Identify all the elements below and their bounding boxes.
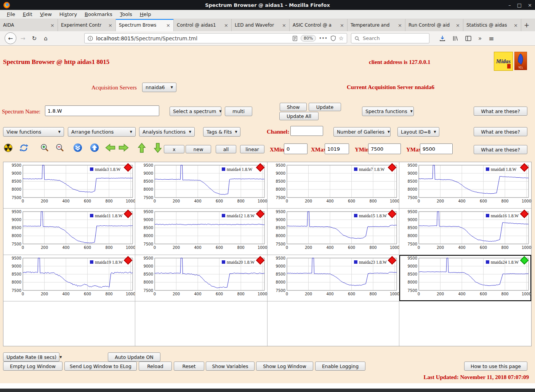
spectrum-chart-nnaida12[interactable]: 9500900085008000750002004006008001000nna… — [135, 209, 267, 255]
new-tab-button[interactable]: + — [521, 19, 532, 31]
menu-bookmarks[interactable]: Bookmarks — [81, 11, 116, 18]
menu-view[interactable]: View — [36, 11, 56, 18]
spectrum-chart-nnaida19[interactable]: 9500900085008000750002004006008001000nna… — [3, 255, 135, 301]
spectrum-chart-nnaida20[interactable]: 9500900085008000750002004006008001000nna… — [135, 255, 267, 301]
update-button[interactable]: Update — [309, 103, 341, 111]
empty-log-window-button[interactable]: Empty Log Window — [3, 362, 62, 371]
search-bar[interactable] — [351, 33, 429, 43]
tab-close-icon[interactable]: × — [456, 22, 460, 28]
forward-icon[interactable]: → — [18, 33, 28, 43]
zoom-out-icon[interactable] — [55, 143, 64, 152]
tab-run-control-aid[interactable]: Run Control @ aid× — [405, 19, 463, 31]
reload-icon[interactable]: ↻ — [29, 33, 39, 43]
tab-aida[interactable]: AIDA× — [0, 19, 58, 31]
spectrum-chart-nnaida11[interactable]: 9500900085008000750002004006008001000nna… — [3, 209, 135, 255]
tab-experiment-contr[interactable]: Experiment Contr× — [58, 19, 116, 31]
radiation-icon[interactable] — [4, 143, 13, 152]
bookmark-star-icon[interactable]: ☆ — [339, 35, 344, 42]
tab-close-icon[interactable]: × — [166, 22, 170, 28]
show-variables-button[interactable]: Show Variables — [206, 362, 255, 371]
ymax-input[interactable] — [420, 143, 453, 154]
ymin-input[interactable] — [368, 143, 401, 154]
menu-edit[interactable]: Edit — [19, 11, 36, 18]
zoom-indicator[interactable]: 80% — [301, 35, 316, 41]
url-bar[interactable]: localhost:8015/Spectrum/Spectrum.tml 80%… — [84, 33, 347, 43]
tab-close-icon[interactable]: × — [282, 22, 286, 28]
tab-close-icon[interactable]: × — [108, 22, 112, 28]
what-are-these-button-1[interactable]: What are these? — [474, 107, 527, 116]
all-button[interactable]: all — [216, 145, 236, 153]
minimize-button[interactable]: – — [508, 2, 511, 8]
tab-led-and-wavefor[interactable]: LED and Wavefor× — [232, 19, 290, 31]
spectrum-chart-nnaida7[interactable]: 9500900085008000750002004006008001000nna… — [268, 162, 399, 209]
tab-close-icon[interactable]: × — [50, 22, 54, 28]
analysis-functions-dropdown[interactable]: Analysis functions ▼ — [139, 127, 195, 137]
arrow-up-icon[interactable] — [138, 143, 146, 153]
close-button[interactable]: × — [528, 2, 532, 8]
menu-hamburger-icon[interactable]: ≡ — [489, 35, 494, 42]
refresh-icon[interactable] — [19, 143, 28, 152]
spectrum-chart-nnaida4[interactable]: 9500900085008000750002004006008001000nna… — [135, 162, 267, 209]
tags-fits-dropdown[interactable]: Tags & Fits ▼ — [203, 127, 240, 137]
number-of-galleries-dropdown[interactable]: Number of Galleries ▼ — [333, 127, 391, 137]
library-icon[interactable] — [452, 35, 458, 41]
arrow-right-icon[interactable] — [119, 143, 129, 152]
tcl-logo[interactable]: TCL — [514, 52, 527, 70]
how-to-use-button[interactable]: How to use this page — [464, 362, 527, 371]
spectrum-chart-nnaida15[interactable]: 9500900085008000750002004006008001000nna… — [268, 209, 399, 255]
send-log-window-to-elog-button[interactable]: Send Log Window to ELog — [64, 362, 137, 371]
menu-history[interactable]: History — [56, 11, 81, 18]
reset-button[interactable]: Reset — [174, 362, 204, 371]
menu-tools[interactable]: Tools — [116, 11, 136, 18]
zoom-in-icon[interactable] — [40, 143, 49, 152]
arrow-down-icon[interactable] — [154, 143, 162, 153]
spectrum-chart-nnaida16[interactable]: 9500900085008000750002004006008001000nna… — [399, 209, 531, 255]
x-button[interactable]: x — [164, 145, 184, 153]
tab-close-icon[interactable]: × — [514, 22, 518, 28]
spectrum-chart-nnaida3[interactable]: 9500900085008000750002004006008001000nna… — [3, 162, 135, 209]
multi-button[interactable]: multi — [225, 107, 252, 116]
overflow-chevrons-icon[interactable]: » — [478, 35, 482, 42]
spectrum-chart-nnaida8[interactable]: 9500900085008000750002004006008001000nna… — [399, 162, 531, 209]
page-actions-icon[interactable]: ••• — [319, 36, 327, 40]
arrange-functions-dropdown[interactable]: Arrange functions ▼ — [68, 127, 136, 137]
spectrum-chart-nnaida23[interactable]: 9500900085008000750002004006008001000nna… — [268, 255, 399, 301]
back-icon[interactable]: ← — [5, 32, 16, 44]
arrow-left-icon[interactable] — [105, 143, 115, 152]
download-icon[interactable] — [439, 35, 445, 41]
show-button[interactable]: Show — [280, 103, 307, 111]
new-button[interactable]: new — [186, 145, 211, 153]
scroll-down-icon[interactable] — [73, 143, 82, 152]
tab-close-icon[interactable]: × — [224, 22, 228, 28]
linear-button[interactable]: linear — [240, 145, 264, 153]
show-log-window-button[interactable]: Show Log Window — [256, 362, 313, 371]
reader-mode-icon[interactable] — [292, 36, 298, 41]
site-info-icon[interactable] — [88, 36, 93, 41]
tab-control-aidas1[interactable]: Control @ aidas1× — [174, 19, 232, 31]
menu-help[interactable]: Help — [136, 11, 155, 18]
xmax-input[interactable] — [325, 143, 349, 154]
auto-update-button[interactable]: Auto Update ON — [108, 352, 160, 362]
layout-id-dropdown[interactable]: Layout ID=8 ▼ — [397, 127, 439, 137]
shield-icon[interactable] — [331, 35, 336, 41]
what-are-these-button-2[interactable]: What are these? — [474, 127, 527, 136]
scroll-up-icon[interactable] — [90, 143, 99, 152]
spectrum-chart-nnaida24[interactable]: 9500900085008000750002004006008001000nna… — [399, 255, 531, 301]
maximize-button[interactable]: □ — [517, 2, 522, 8]
update-rate-dropdown[interactable]: Update Rate (8 secs) ▼ — [3, 352, 59, 362]
xmin-input[interactable] — [284, 143, 308, 154]
select-spectrum-dropdown[interactable]: Select a spectrum ▼ — [170, 107, 221, 116]
view-functions-dropdown[interactable]: View functions ▼ — [3, 127, 64, 137]
tab-spectrum-brows[interactable]: Spectrum Brows× — [116, 19, 174, 31]
spectra-functions-dropdown[interactable]: Spectra functions ▼ — [362, 107, 414, 116]
tab-close-icon[interactable]: × — [340, 22, 344, 28]
tab-statistics-aidas[interactable]: Statistics @ aidas× — [463, 19, 521, 31]
tab-asic-control-a[interactable]: ASIC Control @ a× — [290, 19, 348, 31]
reload-button[interactable]: Reload — [139, 362, 172, 371]
tab-temperature-and[interactable]: Temperature and× — [348, 19, 405, 31]
what-are-these-button-3[interactable]: What are these? — [474, 145, 527, 154]
acquisition-server-select[interactable]: nnaida6 ▼ — [142, 83, 176, 92]
midas-logo[interactable]: Midas — [494, 52, 513, 71]
tab-close-icon[interactable]: × — [398, 22, 402, 28]
channel-input[interactable] — [290, 126, 323, 136]
